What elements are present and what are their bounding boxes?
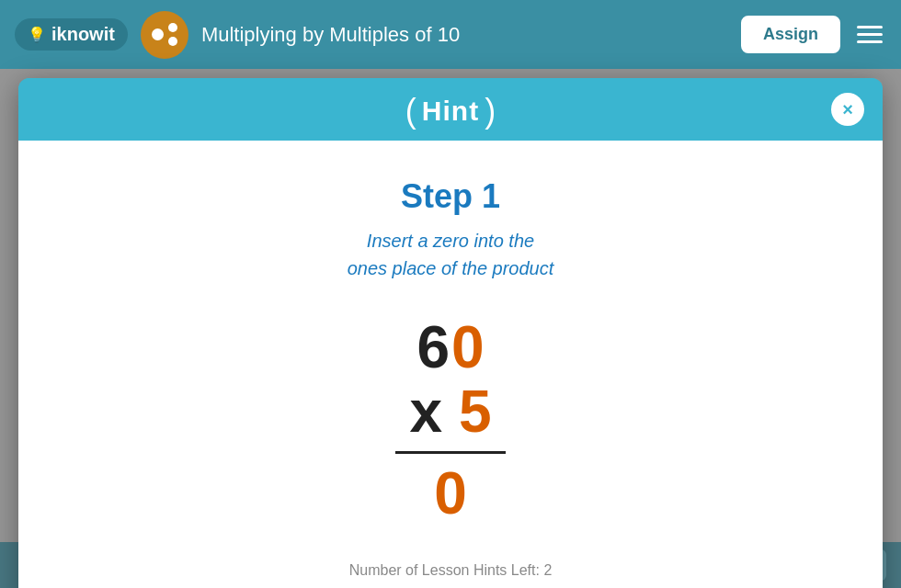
step-description: Insert a zero into the ones place of the… [348,227,554,282]
modal-body: Step 1 Insert a zero into the ones place… [18,141,883,588]
hint-modal: ( Hint ) × Step 1 Insert a zero into the… [18,78,883,588]
hamburger-line2 [857,33,883,36]
modal-title-wrapper: ( Hint ) [405,95,496,128]
main-area: 🔊 60 × 5 = Progress ( Hint ) × Step [0,69,901,588]
lesson-title: Multiplying by Multiples of 10 [201,23,728,47]
math-mult-orange: 5 [459,379,492,444]
hamburger-line1 [857,26,883,28]
modal-header: ( Hint ) × [18,78,883,141]
math-row-result: 0 [434,461,467,526]
dot2 [168,23,177,32]
hints-left: Number of Lesson Hints Left: 2 [349,562,553,579]
bracket-left: ( [405,95,416,128]
logo-icon: 💡 [28,26,46,43]
modal-overlay: ( Hint ) × Step 1 Insert a zero into the… [0,69,901,588]
assign-button[interactable]: Assign [741,16,840,53]
dot3 [168,37,177,46]
menu-button[interactable] [853,22,886,47]
math-row-mult: x 5 [395,379,506,451]
logo-text: iknowit [51,24,115,45]
math-display: 6 0 x 5 0 [395,315,506,526]
logo[interactable]: 💡 iknowit [15,18,128,51]
modal-title: Hint [422,96,479,127]
step-title: Step 1 [401,177,500,216]
math-top-black: 6 [416,315,450,379]
modal-close-button[interactable]: × [831,93,864,126]
math-top-orange: 0 [451,315,485,379]
math-mult-label: x [409,379,442,444]
lesson-icon-circle [141,11,188,59]
dots-icon [152,23,177,46]
hamburger-line3 [857,40,883,43]
header: 💡 iknowit Multiplying by Multiples of 10… [0,0,901,69]
dot1 [152,28,164,40]
bracket-right: ) [485,95,496,128]
math-result-orange: 0 [434,461,467,526]
math-row-top: 6 0 [416,315,484,379]
